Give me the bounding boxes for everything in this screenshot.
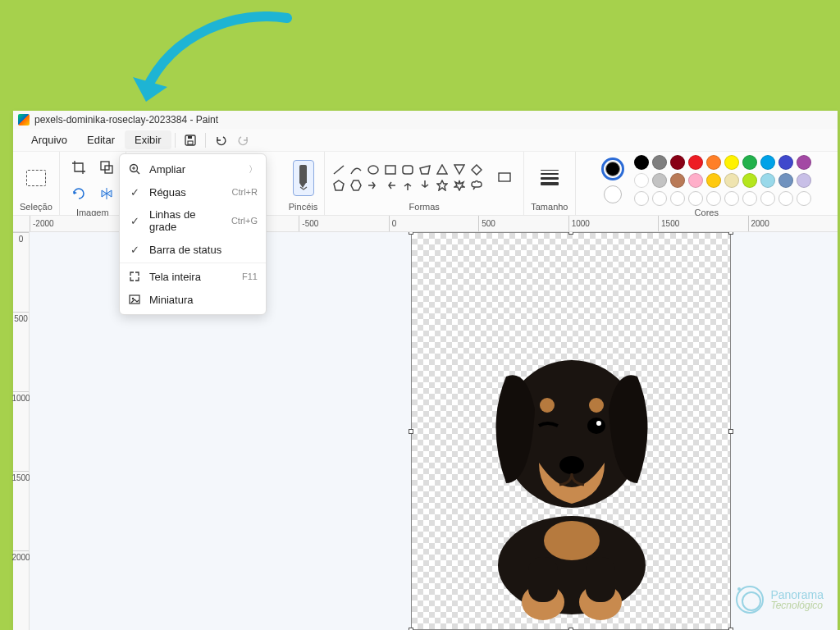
size-tool[interactable] xyxy=(537,160,562,196)
ruler-v-mark: 1000 xyxy=(13,391,29,471)
ribbon-group-image: Imagem xyxy=(60,152,126,215)
color-swatch-empty[interactable] xyxy=(670,191,685,206)
color-swatch-empty[interactable] xyxy=(634,191,649,206)
redo-button[interactable] xyxy=(232,129,255,152)
check-icon: ✓ xyxy=(128,243,141,256)
save-button[interactable] xyxy=(179,129,202,152)
menu-zoom[interactable]: Ampliar 〉 xyxy=(120,158,266,180)
color-swatch[interactable] xyxy=(778,173,793,188)
menu-grid-label: Linhas de grade xyxy=(149,208,223,233)
canvas[interactable] xyxy=(411,232,731,630)
color-swatch[interactable] xyxy=(760,173,775,188)
shapes-grid[interactable] xyxy=(331,163,484,192)
ruler-v-mark: 500 xyxy=(13,312,29,391)
color-swatch-empty[interactable] xyxy=(797,191,811,206)
check-icon: ✓ xyxy=(128,214,141,227)
color-2[interactable] xyxy=(604,185,622,203)
color-swatch[interactable] xyxy=(742,155,757,170)
color-swatch[interactable] xyxy=(778,155,793,170)
svg-marker-10 xyxy=(437,165,447,174)
crop-icon xyxy=(71,160,86,175)
outline-icon xyxy=(497,171,512,185)
pencil-icon xyxy=(299,165,307,183)
color-swatch[interactable] xyxy=(706,173,721,188)
ruler-v-mark: 2000 xyxy=(13,550,29,630)
ribbon-group-size: Tamanho xyxy=(524,152,575,215)
ruler-vertical: 0500100015002000 xyxy=(13,232,30,630)
dog-image xyxy=(461,319,682,623)
rotate-tool[interactable] xyxy=(66,181,91,206)
select-rect-icon xyxy=(26,170,46,186)
menu-rulers-shortcut: Ctrl+R xyxy=(232,187,258,197)
ribbon-group-shapes: Formas xyxy=(325,152,524,215)
color-swatch[interactable] xyxy=(706,155,721,170)
color-swatch[interactable] xyxy=(634,173,649,188)
ruler-h-mark: 500 xyxy=(478,216,568,231)
svg-point-26 xyxy=(589,398,604,413)
menu-statusbar[interactable]: ✓ Barra de status xyxy=(120,238,266,261)
menu-separator xyxy=(175,133,176,148)
shape-outline-dropdown[interactable] xyxy=(492,166,517,190)
color-swatch-empty[interactable] xyxy=(706,191,721,206)
thumbnail-icon xyxy=(128,293,141,306)
svg-line-31 xyxy=(137,171,140,175)
color-swatch-empty[interactable] xyxy=(688,191,703,206)
svg-marker-14 xyxy=(351,180,361,190)
svg-point-35 xyxy=(132,298,134,299)
undo-button[interactable] xyxy=(209,129,232,152)
color-swatch-empty[interactable] xyxy=(778,191,793,206)
ribbon-group-colors: Cores xyxy=(576,152,838,215)
color-swatch-empty[interactable] xyxy=(742,191,757,206)
watermark-icon xyxy=(736,586,764,614)
ruler-v-mark: 0 xyxy=(13,232,29,312)
color-swatch[interactable] xyxy=(797,155,811,170)
color-swatch[interactable] xyxy=(760,155,775,170)
paint-app-icon xyxy=(18,114,30,126)
color-swatch-empty[interactable] xyxy=(760,191,775,206)
svg-point-28 xyxy=(596,421,601,426)
svg-marker-13 xyxy=(334,180,344,190)
resize-tool[interactable] xyxy=(94,155,119,180)
svg-rect-1 xyxy=(188,141,193,144)
menu-gridlines[interactable]: ✓ Linhas de grade Ctrl+G xyxy=(120,203,266,238)
color-swatch[interactable] xyxy=(688,155,703,170)
flip-tool[interactable] xyxy=(94,181,119,206)
view-menu-dropdown: Ampliar 〉 ✓ Réguas Ctrl+R ✓ Linhas de gr… xyxy=(119,153,267,315)
color-1[interactable] xyxy=(601,158,624,180)
color-swatch[interactable] xyxy=(724,155,739,170)
svg-point-6 xyxy=(368,166,378,174)
menu-thumbnail[interactable]: Miniatura xyxy=(120,288,266,311)
check-icon: ✓ xyxy=(128,185,141,199)
color-swatch[interactable] xyxy=(670,173,685,188)
menu-view[interactable]: Exibir xyxy=(125,130,171,149)
color-swatch[interactable] xyxy=(797,173,811,188)
menu-edit[interactable]: Editar xyxy=(77,130,125,149)
crop-tool[interactable] xyxy=(66,155,91,180)
color-swatch-empty[interactable] xyxy=(724,191,739,206)
rotate-icon xyxy=(71,186,86,201)
svg-marker-12 xyxy=(472,165,482,175)
svg-rect-2 xyxy=(188,136,192,139)
svg-marker-11 xyxy=(454,165,464,174)
svg-point-25 xyxy=(540,398,555,413)
color-swatch[interactable] xyxy=(742,173,757,188)
ribbon-label-selection: Seleção xyxy=(20,200,52,213)
color-swatch[interactable] xyxy=(634,155,649,170)
select-tool[interactable] xyxy=(24,166,48,190)
menu-rulers[interactable]: ✓ Réguas Ctrl+R xyxy=(120,180,266,203)
color-swatch[interactable] xyxy=(670,155,685,170)
ribbon-group-selection: Seleção xyxy=(13,152,60,215)
color-swatch-empty[interactable] xyxy=(652,191,667,206)
color-swatch[interactable] xyxy=(724,173,739,188)
menu-file[interactable]: Arquivo xyxy=(21,130,77,149)
menu-fullscreen[interactable]: Tela inteira F11 xyxy=(120,262,266,288)
pencil-tool[interactable] xyxy=(293,160,314,196)
svg-point-27 xyxy=(587,418,605,434)
color-swatch[interactable] xyxy=(652,173,667,188)
flip-icon xyxy=(99,186,114,201)
fullscreen-icon xyxy=(128,270,141,283)
svg-rect-22 xyxy=(586,557,615,602)
color-swatch[interactable] xyxy=(652,155,667,170)
menu-rulers-label: Réguas xyxy=(149,186,224,199)
color-swatch[interactable] xyxy=(688,173,703,188)
